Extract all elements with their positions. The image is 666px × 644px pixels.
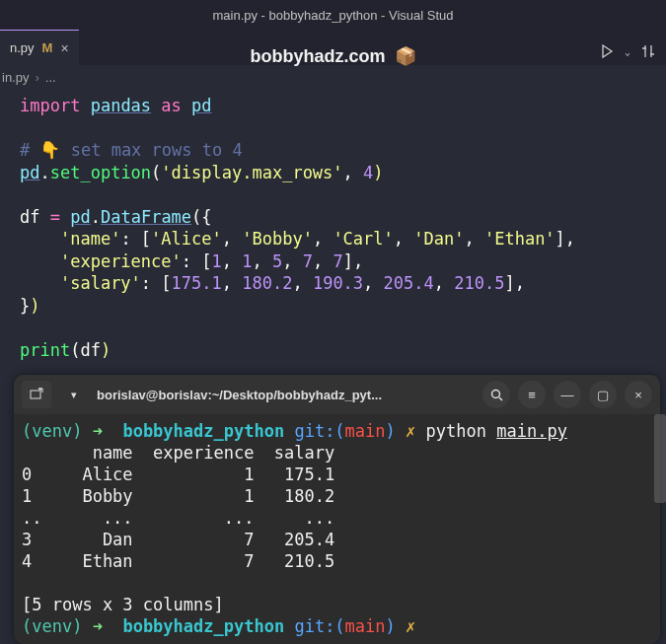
- terminal-title: borislav@borislav:~/Desktop/bobbyhadz_py…: [97, 388, 475, 402]
- git-dirty-icon: ✗: [406, 421, 415, 441]
- window-title: main.py - bobbyhadz_python - Visual Stud: [212, 8, 453, 23]
- keyword-as: as: [161, 96, 181, 115]
- str-display-max-rows: 'display.max_rows': [161, 163, 342, 182]
- git-close: ): [386, 421, 396, 441]
- svg-line-2: [499, 397, 502, 400]
- run-icon[interactable]: [599, 43, 615, 59]
- ref-pd2: pd: [70, 207, 90, 227]
- out-footer: [5 rows x 3 columns]: [22, 595, 224, 614]
- scrollbar-thumb[interactable]: [654, 414, 666, 503]
- prompt-dir: bobbyhadz_python: [122, 421, 284, 441]
- minimize-icon[interactable]: —: [554, 381, 581, 408]
- breadcrumb[interactable]: in.py › ...: [0, 65, 666, 89]
- cls-dataframe: DataFrame: [101, 207, 191, 227]
- code-editor[interactable]: import pandas as pd # 👇 set max rows to …: [0, 89, 666, 367]
- close-icon[interactable]: ×: [625, 381, 652, 408]
- close-icon[interactable]: ×: [60, 40, 68, 56]
- venv-label: (venv): [22, 421, 82, 441]
- tab-filename: n.py: [10, 40, 35, 55]
- out-row: 3 Dan 7 205.4: [22, 530, 334, 549]
- keyword-import: import: [20, 96, 80, 115]
- var-df: df: [20, 207, 39, 227]
- alias-pd: pd: [191, 96, 211, 115]
- fn-print: print: [20, 340, 70, 360]
- out-row: .. ... ... ...: [22, 508, 334, 528]
- chevron-down-icon[interactable]: ⌄: [625, 46, 630, 57]
- key-name: 'name': [60, 229, 120, 249]
- maximize-icon[interactable]: ▢: [589, 381, 617, 408]
- split-compare-icon[interactable]: [640, 43, 656, 59]
- svg-point-1: [491, 390, 499, 397]
- out-header: name experience salary: [22, 443, 334, 463]
- chevron-down-icon[interactable]: ▾: [59, 381, 89, 408]
- key-experience: 'experience': [60, 251, 182, 271]
- cmd-python: python: [426, 421, 486, 441]
- menu-icon[interactable]: ≡: [518, 381, 546, 408]
- terminal-body[interactable]: (venv) ➜ bobbyhadz_python git:(main) ✗ p…: [14, 414, 660, 643]
- tab-main-py[interactable]: n.py M ×: [0, 30, 79, 65]
- fn-set-option: set_option: [50, 163, 151, 182]
- op-eq: =: [50, 207, 60, 227]
- window-titlebar: main.py - bobbyhadz_python - Visual Stud: [0, 0, 666, 30]
- editor-actions: ⌄: [599, 34, 656, 69]
- search-icon[interactable]: [482, 381, 510, 408]
- key-salary: 'salary': [60, 273, 141, 293]
- num-4: 4: [363, 163, 373, 182]
- new-tab-icon[interactable]: [22, 381, 51, 408]
- git-branch: main: [345, 421, 386, 441]
- ref-pd: pd: [20, 163, 39, 182]
- breadcrumb-rest: ...: [45, 70, 56, 85]
- terminal-header: ▾ borislav@borislav:~/Desktop/bobbyhadz_…: [14, 375, 660, 414]
- out-row: 4 Ethan 7 210.5: [22, 551, 334, 571]
- svg-rect-0: [31, 391, 40, 398]
- tab-bar: n.py M ×: [0, 30, 666, 65]
- out-row: 1 Bobby 1 180.2: [22, 486, 334, 506]
- prompt-arrow: ➜: [93, 421, 103, 441]
- module-pandas: pandas: [91, 96, 151, 115]
- cmd-file: main.py: [496, 421, 567, 441]
- git-label: git:(: [294, 421, 344, 441]
- chevron-right-icon: ›: [35, 70, 38, 85]
- breadcrumb-file: in.py: [2, 70, 29, 85]
- comment-line: # 👇 set max rows to 4: [20, 140, 243, 160]
- out-row: 0 Alice 1 175.1: [22, 465, 334, 484]
- tab-modified-marker: M: [42, 40, 53, 55]
- terminal-panel: ▾ borislav@borislav:~/Desktop/bobbyhadz_…: [14, 375, 660, 644]
- arg-df: df: [80, 340, 100, 360]
